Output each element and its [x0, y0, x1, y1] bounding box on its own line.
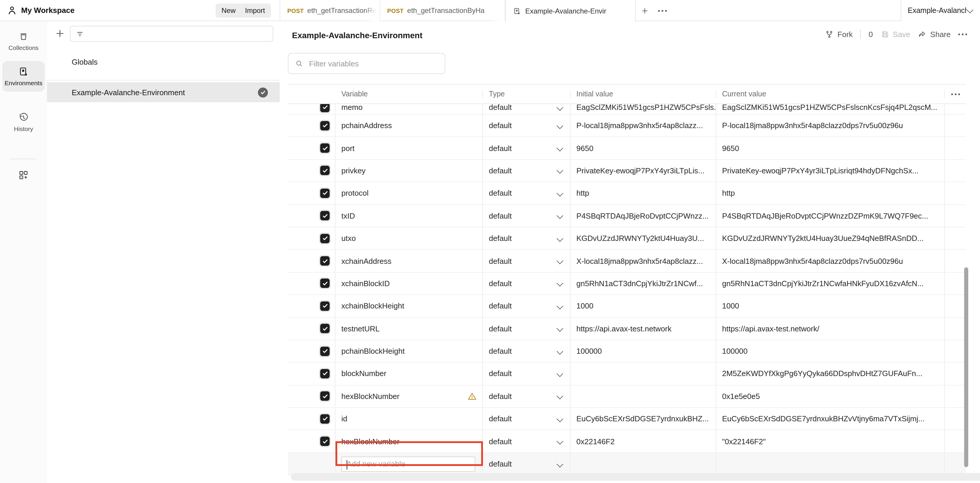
current-value-cell[interactable]: P-local18jma8ppw3nhx5r4ap8clazz0dps7rv5u… [716, 115, 945, 137]
variable-name-cell[interactable]: privkey [336, 160, 483, 182]
row-checkbox[interactable] [320, 414, 329, 424]
row-checkbox[interactable] [320, 189, 329, 198]
variable-name-cell[interactable]: txID [336, 205, 483, 227]
sidebar-item-collections[interactable]: Collections [2, 27, 45, 55]
initial-value-cell[interactable]: P4SBqRTDAqJBjeRoDvptCCjPWnzz... [571, 205, 716, 227]
type-select[interactable]: default [483, 115, 571, 137]
row-checkbox[interactable] [320, 166, 329, 175]
add-row-initial-cell[interactable] [571, 453, 716, 475]
variable-name-cell[interactable]: xchainBlockID [336, 273, 483, 294]
variable-name-cell[interactable]: xchainBlockHeight [336, 295, 483, 317]
vertical-scrollbar-thumb[interactable] [964, 267, 968, 467]
current-value-cell[interactable]: P4SBqRTDAqJBjeRoDvptCCjPWnzzDZPmK9L7WQ7F… [716, 205, 945, 227]
row-checkbox[interactable] [320, 301, 329, 311]
variable-name-cell[interactable]: protocol [336, 182, 483, 204]
row-checkbox[interactable] [320, 211, 329, 221]
type-select[interactable]: default [483, 205, 571, 227]
current-value-cell[interactable]: gn5RhN1aCT3dnCpjYkiJtrZr1NCwfaHNkFyuDX16… [716, 273, 945, 294]
environment-list-item[interactable]: Example-Avalanche-Environment [47, 82, 280, 102]
initial-value-cell[interactable]: PrivateKey-ewoqjP7PxY4yr3iLTpLis... [571, 160, 716, 182]
row-checkbox[interactable] [320, 143, 329, 153]
initial-value-cell[interactable]: http [571, 182, 716, 204]
sidebar-item-environments[interactable]: Environments [2, 61, 45, 92]
new-tab-button[interactable] [636, 0, 653, 21]
row-checkbox[interactable] [320, 346, 329, 356]
type-select[interactable]: default [483, 295, 571, 317]
variable-name-cell[interactable]: memo [336, 104, 483, 115]
table-menu-button[interactable] [945, 93, 966, 95]
current-value-cell[interactable]: http [716, 182, 945, 204]
horizontal-scrollbar-track[interactable] [291, 473, 980, 481]
current-value-cell[interactable]: KGDvUZzdJRWNYTy2ktU4Huay3UueZ94qNeBfRASn… [716, 227, 945, 249]
fork-count[interactable]: 0 [869, 30, 873, 38]
workspace-title[interactable]: My Workspace [21, 6, 75, 15]
type-select[interactable]: default [483, 250, 571, 272]
share-button[interactable]: Share [918, 30, 951, 38]
current-value-cell[interactable]: 2M5ZeKWDYfXkgPg6YyQyka66DDsphvDHtZ7GUFAu… [716, 363, 945, 385]
initial-value-cell[interactable]: 1000 [571, 295, 716, 317]
row-checkbox[interactable] [320, 121, 329, 130]
configure-sidebar-icon[interactable] [18, 169, 29, 181]
tab-eth_getTransactionRece[interactable]: POSTeth_getTransactionRece [280, 0, 380, 21]
tab-eth_getTransactionByHa[interactable]: POSTeth_getTransactionByHa [380, 0, 505, 21]
new-button[interactable]: New [216, 3, 242, 18]
environment-selector[interactable]: Example-Avalanche-Environme [901, 0, 980, 21]
variable-name-cell[interactable]: pchainBlockHeight [336, 340, 483, 362]
row-checkbox[interactable] [320, 279, 329, 288]
warning-icon[interactable] [468, 392, 476, 401]
user-avatar-icon[interactable] [6, 5, 18, 16]
variable-name-cell[interactable]: testnetURL [336, 317, 483, 340]
row-checkbox[interactable] [320, 437, 329, 446]
current-value-cell[interactable]: 1000 [716, 295, 945, 317]
initial-value-cell[interactable]: KGDvUZzdJRWNYTy2ktU4Huay3U... [571, 227, 716, 249]
sidebar-filter-input[interactable] [70, 26, 273, 42]
variable-name-cell[interactable]: pchainAddress [336, 115, 483, 137]
type-select[interactable]: default [483, 227, 571, 249]
add-row-current-cell[interactable] [716, 453, 945, 475]
current-value-cell[interactable]: PrivateKey-ewoqjP7PxY4yr3iLTpLisriqt94hd… [716, 160, 945, 182]
row-checkbox[interactable] [320, 369, 329, 378]
row-checkbox[interactable] [320, 234, 329, 243]
variable-name-cell[interactable]: utxo [336, 227, 483, 249]
variable-name-cell[interactable]: xchainAddress [336, 250, 483, 272]
add-environment-button[interactable] [54, 28, 66, 39]
current-value-cell[interactable]: EuCy6bScEXrSdDGSE7yrdnxukBHZvVtjny6ma7VT… [716, 408, 945, 430]
type-select[interactable]: default [483, 385, 571, 407]
initial-value-cell[interactable]: P-local18jma8ppw3nhx5r4ap8clazz... [571, 115, 716, 137]
initial-value-cell[interactable]: EuCy6bScEXrSdDGSE7yrdnxukBHZ... [571, 408, 716, 430]
current-value-cell[interactable]: 0x1e5e0e5 [716, 385, 945, 407]
initial-value-cell[interactable]: 9650 [571, 137, 716, 159]
initial-value-cell[interactable]: 0x22146F2 [571, 430, 716, 453]
type-select[interactable]: default [483, 273, 571, 294]
type-select[interactable]: default [483, 363, 571, 385]
current-value-cell[interactable]: "0x22146F2" [716, 430, 945, 453]
variable-name-cell[interactable]: blockNumber [336, 363, 483, 385]
add-variable-input[interactable] [342, 459, 465, 469]
type-select[interactable]: default [483, 137, 571, 159]
variable-name-cell[interactable]: id [336, 408, 483, 430]
initial-value-cell[interactable]: X-local18jma8ppw3nhx5r4ap8clazz... [571, 250, 716, 272]
editor-more-button[interactable] [958, 33, 967, 35]
filter-variables-input[interactable] [308, 59, 428, 69]
variable-name-cell[interactable]: port [336, 137, 483, 159]
initial-value-cell[interactable]: gn5RhN1aCT3dnCpjYkiJtrZr1NCwf... [571, 273, 716, 294]
type-select[interactable]: default [483, 340, 571, 362]
current-value-cell[interactable]: https://api.avax-test.network/ [716, 317, 945, 340]
import-button[interactable]: Import [239, 3, 271, 18]
row-checkbox[interactable] [320, 104, 329, 112]
row-checkbox[interactable] [320, 256, 329, 266]
initial-value-cell[interactable]: https://api.avax-test.network [571, 317, 716, 340]
initial-value-cell[interactable]: 100000 [571, 340, 716, 362]
initial-value-cell[interactable] [571, 363, 716, 385]
fork-button[interactable]: Fork [825, 30, 853, 38]
tab-Example-Avalanche-Envir[interactable]: Example-Avalanche-Envir [505, 0, 636, 22]
current-value-cell[interactable]: 9650 [716, 137, 945, 159]
tab-options-button[interactable] [653, 0, 671, 21]
type-select[interactable]: default [483, 160, 571, 182]
row-checkbox[interactable] [320, 392, 329, 401]
current-value-cell[interactable]: 100000 [716, 340, 945, 362]
type-select[interactable]: default [483, 104, 571, 115]
type-select[interactable]: default [483, 317, 571, 340]
row-checkbox[interactable] [320, 324, 329, 333]
type-select[interactable]: default [483, 182, 571, 204]
